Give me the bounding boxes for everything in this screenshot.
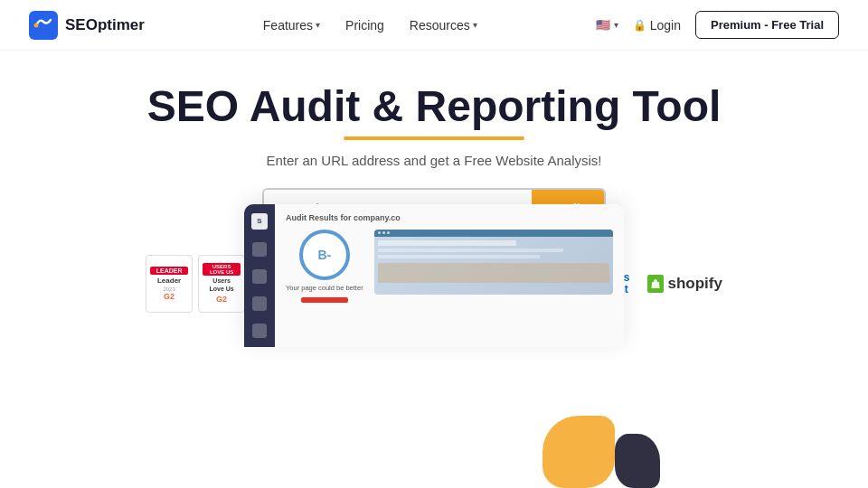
g2-badge-leader: LEADER Leader 2023 G2 [146, 255, 193, 313]
svg-rect-0 [29, 11, 58, 40]
decorative-blob-navy [615, 434, 660, 488]
lock-icon: 🔒 [633, 19, 646, 32]
nav-right: 🇺🇸 ▾ 🔒 Login Premium - Free Trial [596, 11, 839, 39]
svg-point-1 [34, 23, 39, 27]
score-description: Your page could be better [286, 284, 363, 292]
sidebar-nav-icon [252, 269, 267, 284]
badge-top-label: USERSLOVE US [203, 263, 241, 276]
browser-dot [387, 231, 390, 234]
browser-dot [378, 231, 381, 234]
preview-main-content: Audit Results for company.co B- Your pag… [275, 204, 624, 347]
title-underline [344, 136, 524, 140]
logo[interactable]: SEOptimer [29, 11, 145, 40]
language-selector[interactable]: 🇺🇸 ▾ [596, 18, 618, 32]
sidebar-nav-icon [252, 324, 267, 338]
login-button[interactable]: 🔒 Login [633, 18, 681, 33]
preview-body: B- Your page could be better [286, 230, 613, 303]
nav-resources[interactable]: Resources ▾ [410, 18, 477, 33]
hero-subtitle: Enter an URL address and get a Free Webs… [266, 153, 601, 168]
chevron-down-icon: ▾ [473, 20, 477, 30]
screenshot-line [378, 255, 540, 258]
screenshot-line [378, 249, 563, 252]
score-grade: B- [299, 230, 350, 280]
chevron-down-icon: ▾ [316, 20, 320, 30]
logo-text: SEOptimer [65, 16, 145, 34]
sidebar-nav-icon [252, 242, 267, 257]
screenshot-content [374, 230, 613, 295]
g2-logo: G2 [164, 292, 175, 301]
preview-sidebar: S [244, 204, 275, 347]
hero-title: SEO Audit & Reporting Tool [147, 83, 722, 131]
flag-icon: 🇺🇸 [596, 18, 610, 32]
badge-main-label: Leader [157, 277, 181, 286]
screenshot-line [378, 240, 517, 246]
badge-top-label: LEADER [150, 267, 188, 275]
shopify-text: shopify [667, 275, 722, 293]
nav-links: Features ▾ Pricing Resources ▾ [263, 18, 477, 33]
hero-section: SEO Audit & Reporting Tool Enter an URL … [0, 51, 868, 230]
browser-bar [374, 230, 613, 237]
screenshot-image-area [378, 263, 609, 283]
audit-preview: S Audit Results for company.co B- Your p… [244, 204, 624, 347]
badge-main-label: UsersLove Us [209, 277, 233, 293]
premium-button[interactable]: Premium - Free Trial [695, 11, 839, 39]
nav-pricing[interactable]: Pricing [345, 18, 384, 33]
score-section: B- Your page could be better [286, 230, 363, 303]
sidebar-nav-icon [252, 296, 267, 311]
g2-badge-users: USERSLOVE US UsersLove Us G2 [198, 255, 245, 313]
shopify-logo: shopify [647, 275, 722, 293]
navbar: SEOptimer Features ▾ Pricing Resources ▾… [0, 0, 868, 51]
score-indicator-bar [301, 297, 348, 303]
screenshot-body [374, 237, 613, 295]
chevron-down-icon: ▾ [614, 20, 618, 30]
website-screenshot [374, 230, 613, 295]
browser-dot [382, 231, 385, 234]
decorative-blob-yellow [542, 416, 615, 488]
sidebar-logo-icon: S [251, 213, 268, 230]
g2-logo: G2 [216, 295, 227, 304]
nav-features[interactable]: Features ▾ [263, 18, 320, 33]
preview-audit-header: Audit Results for company.co [286, 213, 613, 222]
shopify-icon [647, 275, 664, 293]
